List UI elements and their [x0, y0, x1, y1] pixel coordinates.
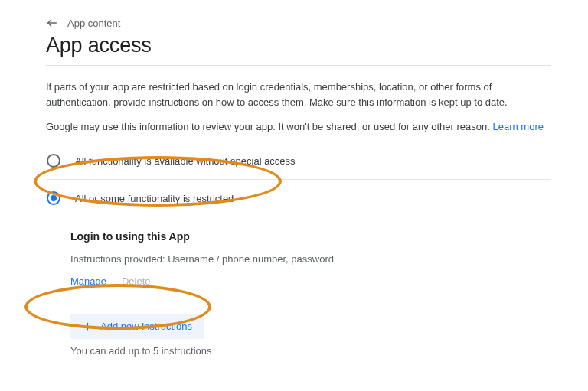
- radio-option-all-available[interactable]: All functionality is available without s…: [46, 144, 551, 178]
- radio-checked-icon: [46, 191, 61, 206]
- intro-text-2-body: Google may use this information to revie…: [46, 121, 492, 132]
- delete-link: Delete: [122, 275, 151, 287]
- radio-option-restricted[interactable]: All or some functionality is restricted: [46, 181, 551, 215]
- radio-icon: [46, 153, 61, 168]
- page-title: App access: [46, 34, 551, 57]
- intro-text-1: If parts of your app are restricted base…: [46, 80, 551, 110]
- divider: [46, 65, 551, 66]
- option-label: All functionality is available without s…: [75, 155, 296, 167]
- divider: [46, 179, 551, 180]
- back-arrow-icon[interactable]: [46, 17, 58, 29]
- breadcrumb-label: App content: [67, 18, 120, 29]
- add-new-instructions-button[interactable]: Add new instructions: [70, 314, 204, 339]
- divider: [46, 301, 551, 301]
- learn-more-link[interactable]: Learn more: [492, 121, 543, 132]
- add-button-label: Add new instructions: [100, 321, 192, 332]
- instruction-summary: Instructions provided: Username / phone …: [70, 253, 551, 265]
- breadcrumb[interactable]: App content: [46, 17, 551, 29]
- instruction-block: Login to using this App Instructions pro…: [70, 230, 551, 287]
- instruction-limit-text: You can add up to 5 instructions: [70, 345, 551, 357]
- intro-text-2: Google may use this information to revie…: [46, 119, 551, 135]
- instruction-title: Login to using this App: [70, 230, 551, 243]
- plus-icon: [83, 321, 93, 331]
- manage-link[interactable]: Manage: [70, 275, 106, 287]
- access-options: All functionality is available without s…: [46, 144, 551, 357]
- option-label: All or some functionality is restricted: [75, 193, 234, 204]
- instruction-actions: Manage Delete: [70, 275, 551, 287]
